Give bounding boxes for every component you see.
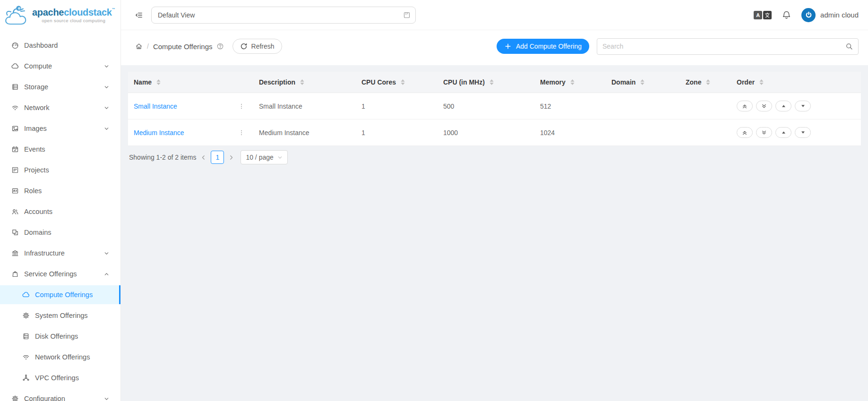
chevron-down-icon [103, 126, 110, 131]
user-menu[interactable]: admin cloud [801, 8, 859, 22]
sidebar-item-network-offerings[interactable]: Network Offerings [0, 348, 120, 367]
wifi-icon [11, 104, 19, 111]
sidebar-item-projects[interactable]: Projects [0, 161, 120, 179]
sidebar-item-events[interactable]: Events [0, 140, 120, 159]
ellipsis-icon[interactable] [238, 129, 245, 136]
pagination: Showing 1-2 of 2 items 1 10 / page [128, 150, 861, 164]
app-root: apachecloudstack™ open source cloud comp… [0, 0, 868, 401]
sidebar: apachecloudstack™ open source cloud comp… [0, 0, 121, 401]
gear-icon [11, 395, 19, 401]
cell-cpu-mhz: 1000 [438, 119, 534, 146]
move-down-button[interactable] [795, 127, 811, 138]
sidebar-item-label: Network [24, 104, 103, 111]
column-header-order[interactable]: Order [731, 72, 861, 93]
sidebar-item-dashboard[interactable]: Dashboard [0, 36, 120, 55]
move-down-button[interactable] [795, 101, 811, 111]
sidebar-item-configuration[interactable]: Configuration [0, 389, 120, 401]
offering-name-link[interactable]: Medium Instance [134, 129, 184, 137]
cloudstack-monkey-logo-icon [4, 4, 30, 26]
double-chevron-up-icon [742, 103, 748, 109]
column-header-cpu_mhz[interactable]: CPU (in MHz) [438, 72, 534, 93]
refresh-button[interactable]: Refresh [232, 39, 282, 54]
column-header-domain[interactable]: Domain [606, 72, 680, 93]
sorter-icon[interactable] [759, 79, 764, 85]
sidebar-item-compute[interactable]: Compute [0, 57, 120, 76]
sidebar-item-vpc-offerings[interactable]: VPC Offerings [0, 368, 120, 387]
translate-icon[interactable]: A [754, 11, 772, 19]
sorter-icon[interactable] [570, 79, 575, 85]
column-header-description[interactable]: Description [253, 72, 356, 93]
view-selector[interactable]: Default View [151, 7, 416, 24]
search-icon[interactable] [845, 43, 853, 50]
add-compute-offering-button[interactable]: Add Compute Offering [497, 39, 589, 54]
sorter-icon[interactable] [490, 79, 494, 85]
chevron-right-icon[interactable] [228, 154, 234, 161]
sorter-icon[interactable] [640, 79, 645, 85]
sidebar-menu: DashboardComputeStorageNetworkImagesEven… [0, 30, 120, 401]
chevron-down-icon [103, 105, 110, 111]
page-number-button[interactable]: 1 [211, 151, 224, 164]
sidebar-item-label: Projects [24, 166, 110, 174]
view-selector-value: Default View [158, 11, 195, 19]
column-header-cpu_cores[interactable]: CPU Cores [356, 72, 438, 93]
offering-name-link[interactable]: Small Instance [134, 102, 177, 110]
menu-fold-icon[interactable] [135, 11, 143, 19]
sidebar-item-images[interactable]: Images [0, 119, 120, 138]
chevron-left-icon[interactable] [200, 154, 206, 161]
deployment-icon [22, 374, 30, 382]
question-circle-icon[interactable] [216, 43, 224, 50]
sidebar-item-system-offerings[interactable]: System Offerings [0, 306, 120, 325]
move-up-button[interactable] [775, 101, 791, 111]
cell-name: Medium Instance [128, 119, 253, 146]
move-to-top-button[interactable] [737, 101, 753, 111]
move-to-top-button[interactable] [737, 127, 753, 138]
move-to-bottom-button[interactable] [756, 101, 772, 111]
sidebar-item-compute-offerings[interactable]: Compute Offerings [0, 285, 120, 304]
search-box [597, 38, 859, 55]
move-up-button[interactable] [775, 127, 791, 138]
double-chevron-down-icon [761, 103, 767, 109]
sidebar-item-accounts[interactable]: Accounts [0, 202, 120, 221]
cell-cpu-cores: 1 [356, 93, 438, 119]
table-row: Medium InstanceMedium Instance110001024 [128, 119, 861, 146]
sidebar-item-label: Images [24, 125, 103, 132]
cell-description: Medium Instance [253, 119, 356, 146]
bell-icon[interactable] [782, 10, 791, 19]
sidebar-item-domains[interactable]: Domains [0, 223, 120, 242]
sidebar-item-storage[interactable]: Storage [0, 77, 120, 96]
double-chevron-up-icon [742, 130, 748, 136]
block-icon [11, 229, 19, 236]
search-input[interactable] [602, 43, 845, 50]
sidebar-item-infrastructure[interactable]: Infrastructure [0, 244, 120, 263]
column-header-zone[interactable]: Zone [680, 72, 731, 93]
cell-order [731, 93, 861, 119]
page-size-select[interactable]: 10 / page [241, 150, 287, 164]
ellipsis-icon[interactable] [238, 103, 245, 110]
pagination-summary: Showing 1-2 of 2 items [129, 154, 196, 161]
column-header-name[interactable]: Name [128, 72, 253, 93]
sidebar-item-network[interactable]: Network [0, 98, 120, 117]
sidebar-item-disk-offerings[interactable]: Disk Offerings [0, 327, 120, 346]
chevron-down-icon [103, 251, 110, 256]
sorter-icon[interactable] [706, 79, 710, 85]
gear-icon [22, 312, 30, 319]
home-icon[interactable] [135, 43, 143, 50]
reload-icon [240, 43, 248, 50]
breadcrumb: / Compute Offerings Refresh [135, 39, 282, 54]
sidebar-item-label: Domains [24, 229, 110, 236]
offerings-table-card: NameDescriptionCPU CoresCPU (in MHz)Memo… [128, 72, 861, 146]
breadcrumb-separator: / [147, 43, 149, 50]
sorter-icon[interactable] [401, 79, 405, 85]
column-header-memory[interactable]: Memory [534, 72, 606, 93]
move-to-bottom-button[interactable] [756, 127, 772, 138]
sidebar-item-service-offerings[interactable]: Service Offerings [0, 264, 120, 283]
sorter-icon[interactable] [156, 79, 161, 85]
content-area: NameDescriptionCPU CoresCPU (in MHz)Memo… [121, 65, 868, 401]
sorter-icon[interactable] [300, 79, 304, 85]
user-name: admin cloud [820, 11, 859, 19]
sidebar-item-roles[interactable]: Roles [0, 181, 120, 200]
brand-logo[interactable]: apachecloudstack™ open source cloud comp… [0, 0, 120, 30]
sidebar-item-label: Infrastructure [24, 249, 103, 257]
cell-domain [606, 119, 680, 146]
cell-cpu-mhz: 500 [438, 93, 534, 119]
